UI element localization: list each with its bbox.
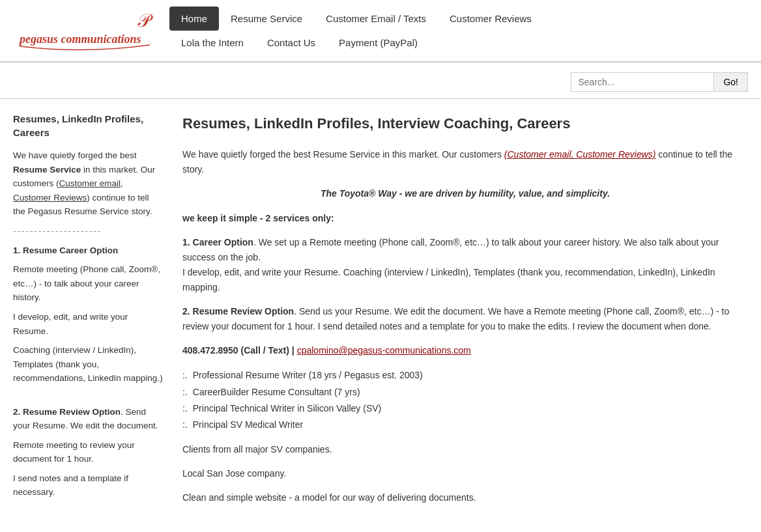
nav-item-contact-us[interactable]: Contact Us	[255, 31, 327, 55]
search-button[interactable]: Go!	[714, 72, 748, 92]
bullet-item: :. Principal SV Medical Writer	[182, 417, 748, 433]
nav-item-home[interactable]: Home	[169, 7, 219, 31]
article-contact-line: 408.472.8950 (Call / Text) | cpalomino@p…	[182, 343, 748, 358]
nav-area: Home Resume Service Customer Email / Tex…	[169, 7, 748, 55]
article-customer-link[interactable]: (Customer email, Customer Reviews)	[504, 149, 656, 160]
article-heading: Resumes, LinkedIn Profiles, Interview Co…	[182, 112, 748, 135]
sidebar-section2-title: 2. Resume Review Option. Send your Resum…	[13, 405, 163, 433]
sidebar-customer-email-link[interactable]: Customer email	[59, 178, 121, 188]
sidebar-heading: Resumes, LinkedIn Profiles, Careers	[13, 112, 163, 139]
main-content: Resumes, LinkedIn Profiles, Careers We h…	[0, 99, 761, 527]
article-footer-line: Clients from all major SV companies.	[182, 442, 748, 457]
nav-row1: Home Resume Service Customer Email / Tex…	[169, 7, 748, 31]
logo-area: pegasus communications 𝒫	[13, 7, 169, 55]
article-footer: Clients from all major SV companies.Loca…	[182, 442, 748, 505]
sidebar: Resumes, LinkedIn Profiles, Careers We h…	[13, 112, 163, 514]
search-input[interactable]	[571, 72, 714, 92]
logo-icon: 𝒫	[137, 10, 153, 31]
logo: pegasus communications 𝒫	[13, 7, 156, 53]
article-bullet-list: :. Professional Resume Writer (18 yrs / …	[182, 367, 748, 433]
bullet-item: :. Principal Technical Writer in Silicon…	[182, 400, 748, 417]
sidebar-section1-title: 1. Resume Career Option	[13, 244, 163, 258]
search-area: Go!	[0, 63, 761, 99]
logo-text: pegasus communications	[18, 33, 141, 46]
sidebar-section1-text1: Remote meeting (Phone call, Zoom®, etc…)…	[13, 262, 163, 305]
article-footer-line: Clean and simple website - a model for o…	[182, 490, 748, 505]
article-intro-para: We have quietly forged the best Resume S…	[182, 147, 748, 177]
article-footer-line: Local San Jose company.	[182, 466, 748, 481]
nav-item-customer-email-texts[interactable]: Customer Email / Texts	[314, 7, 438, 31]
nav-item-payment[interactable]: Payment (PayPal)	[327, 31, 429, 55]
sidebar-section1-text2: I develop, edit, and write your Resume.	[13, 310, 163, 338]
bullet-item: :. Professional Resume Writer (18 yrs / …	[182, 367, 748, 384]
header: pegasus communications 𝒫 Home Resume Ser…	[0, 0, 761, 63]
nav-item-resume-service[interactable]: Resume Service	[219, 7, 314, 31]
article-tagline: The Toyota® Way - we are driven by humil…	[182, 186, 748, 201]
article-services-intro: we keep it simple - 2 services only:	[182, 211, 748, 226]
article-service1-para: 1. Career Option. We set up a Remote mee…	[182, 235, 748, 295]
sidebar-section1-text3: Coaching (interview / LinkedIn), Templat…	[13, 343, 163, 385]
sidebar-section2-text3: I send notes and a template if necessary…	[13, 471, 163, 499]
nav-item-customer-reviews[interactable]: Customer Reviews	[438, 7, 543, 31]
bullet-item: :. CareerBuilder Resume Consultant (7 yr…	[182, 384, 748, 400]
sidebar-section2-text2: Remote meeting to review your document f…	[13, 438, 163, 466]
article-service2-para: 2. Resume Review Option. Send us your Re…	[182, 304, 748, 334]
nav-row2: Lola the Intern Contact Us Payment (PayP…	[169, 31, 748, 55]
sidebar-divider: ---------------------	[13, 224, 163, 238]
article: Resumes, LinkedIn Profiles, Interview Co…	[182, 112, 748, 514]
nav-item-lola-intern[interactable]: Lola the Intern	[169, 31, 255, 55]
article-email-link[interactable]: cpalomino@pegasus-communications.com	[297, 345, 471, 356]
sidebar-customer-reviews-link[interactable]: Customer Reviews	[13, 193, 87, 203]
sidebar-intro-para: We have quietly forged the best Resume S…	[13, 148, 163, 219]
